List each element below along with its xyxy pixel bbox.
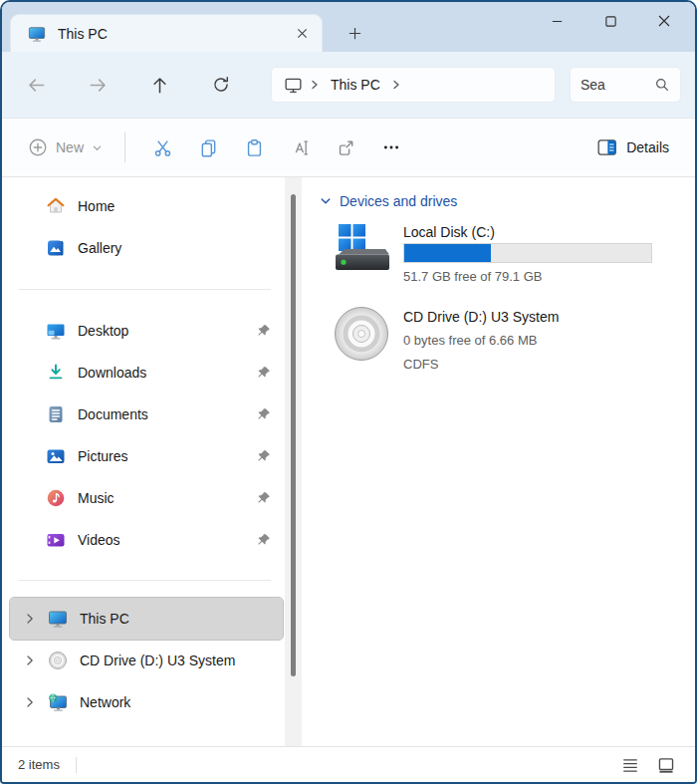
close-icon [657, 14, 671, 28]
search-value: Sea [581, 77, 654, 93]
chevron-down-icon [92, 142, 103, 153]
monitor-outline-icon [284, 76, 303, 95]
drive-item-local-disk-c[interactable]: Local Disk (C:) 51.7 GB free of 79.1 GB [334, 223, 687, 284]
chevron-right-icon[interactable] [20, 696, 40, 708]
forward-button[interactable] [80, 67, 116, 103]
sidebar-separator [18, 580, 271, 581]
tab-close-icon[interactable] [288, 21, 316, 47]
content-pane: Devices and drives Local Disk (C:) 51.7 … [302, 177, 695, 746]
drive-name: Local Disk (C:) [403, 223, 652, 241]
music-icon [46, 488, 66, 508]
pin-icon [256, 366, 271, 381]
new-button-label: New [56, 139, 84, 155]
sidebar-item-desktop[interactable]: Desktop [10, 310, 283, 352]
window-controls [530, 4, 691, 38]
status-bar: 2 items [2, 746, 695, 782]
sidebar-item-home[interactable]: Home [10, 185, 283, 227]
capacity-bar-fill [404, 244, 491, 262]
plus-icon [348, 26, 362, 41]
sidebar-item-documents[interactable]: Documents [10, 393, 283, 435]
drive-filesystem: CDFS [403, 353, 559, 377]
new-button[interactable]: New [20, 131, 111, 163]
paste-icon [245, 138, 264, 157]
pin-icon [256, 449, 271, 464]
minimize-icon [551, 15, 564, 28]
sidebar-item-this-pc[interactable]: This PC [10, 598, 283, 640]
back-button[interactable] [18, 67, 54, 103]
details-button-label: Details [626, 139, 669, 155]
minimize-button[interactable] [530, 4, 583, 38]
gallery-icon [46, 238, 66, 258]
title-bar: This PC [2, 2, 695, 52]
computer-icon [48, 609, 68, 629]
large-icons-view-icon [657, 756, 675, 774]
monitor-icon [27, 24, 47, 44]
chevron-right-icon [390, 79, 402, 91]
share-icon [337, 138, 355, 157]
more-options-button[interactable] [368, 128, 414, 167]
up-arrow-icon [150, 76, 169, 95]
items-count: 2 items [18, 757, 60, 772]
drive-name: CD Drive (D:) U3 System [403, 306, 559, 329]
sidebar-item-music[interactable]: Music [10, 477, 283, 519]
maximize-button[interactable] [583, 4, 637, 38]
sidebar-item-pictures[interactable]: Pictures [10, 435, 283, 477]
scrollbar-thumb[interactable] [291, 194, 296, 676]
documents-icon [46, 404, 66, 424]
pin-icon [256, 324, 271, 339]
pin-icon [256, 491, 271, 506]
status-divider [76, 757, 77, 773]
details-view-button[interactable] [617, 752, 643, 778]
search-icon [654, 77, 670, 93]
back-arrow-icon [27, 76, 46, 95]
close-button[interactable] [637, 4, 691, 38]
drive-free-space: 51.7 GB free of 79.1 GB [403, 269, 652, 284]
home-icon [46, 196, 66, 216]
cd-drive-icon [48, 651, 68, 670]
desktop-icon [46, 321, 66, 341]
pin-icon [256, 533, 271, 548]
maximize-icon [604, 15, 617, 28]
tab-this-pc[interactable]: This PC [10, 14, 323, 52]
new-tab-button[interactable] [339, 19, 370, 47]
cut-button[interactable] [139, 128, 185, 167]
share-button[interactable] [323, 128, 368, 167]
cd-disc-icon [334, 306, 391, 377]
forward-arrow-icon [89, 76, 108, 95]
scissors-icon [153, 138, 172, 157]
details-pane-button[interactable]: Details [589, 132, 677, 162]
capacity-bar [403, 243, 652, 263]
pin-icon [256, 407, 271, 422]
up-button[interactable] [141, 67, 177, 103]
tab-title: This PC [58, 26, 288, 42]
search-input[interactable]: Sea [570, 67, 681, 103]
sidebar-item-network[interactable]: Network [10, 681, 283, 723]
videos-icon [46, 530, 66, 550]
chevron-right-icon[interactable] [20, 654, 40, 666]
network-icon [48, 692, 68, 712]
copy-button[interactable] [185, 128, 231, 167]
details-pane-icon [597, 138, 617, 156]
drive-item-cd-drive-d[interactable]: CD Drive (D:) U3 System 0 bytes free of … [334, 306, 687, 377]
sidebar-scrollbar[interactable] [285, 177, 302, 746]
group-header-devices-and-drives[interactable]: Devices and drives [320, 193, 687, 209]
rename-icon [291, 138, 310, 157]
navigation-bar: This PC Sea [2, 52, 695, 118]
refresh-button[interactable] [203, 67, 239, 103]
rename-button[interactable] [277, 128, 323, 167]
details-view-icon [621, 756, 639, 774]
address-bar[interactable]: This PC [271, 67, 556, 103]
sidebar-item-videos[interactable]: Videos [10, 519, 283, 561]
chevron-right-icon[interactable] [20, 613, 40, 625]
breadcrumb-this-pc[interactable]: This PC [331, 77, 380, 93]
sidebar-item-gallery[interactable]: Gallery [10, 227, 283, 269]
paste-button[interactable] [231, 128, 277, 167]
sidebar-item-cd-drive[interactable]: CD Drive (D:) U3 System [10, 640, 283, 681]
explorer-body: Home Gallery Desktop [2, 177, 695, 746]
chevron-right-icon [309, 79, 321, 91]
hard-drive-icon [334, 223, 391, 284]
chevron-down-icon [320, 195, 332, 207]
large-icons-view-button[interactable] [653, 752, 679, 778]
drive-free-space: 0 bytes free of 6.66 MB [403, 329, 559, 353]
sidebar-item-downloads[interactable]: Downloads [10, 352, 283, 393]
